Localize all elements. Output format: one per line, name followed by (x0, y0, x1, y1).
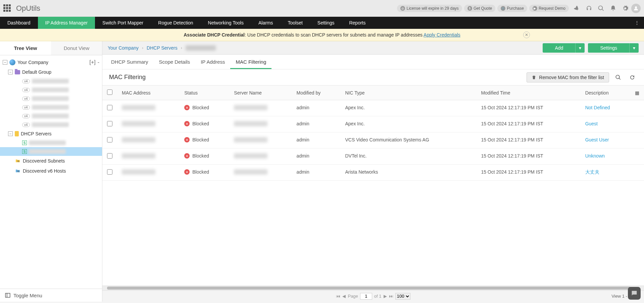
description-link[interactable]: Not Defined (585, 105, 610, 110)
pager-size-select[interactable]: 100 (395, 293, 410, 300)
description-link[interactable]: 大丈夫 (585, 169, 599, 175)
breadcrumb[interactable]: Your Company (108, 45, 139, 51)
rocket-icon[interactable] (573, 4, 581, 12)
subtab-mac-filtering[interactable]: MAC Filtering (230, 55, 271, 69)
mac-address-cell (122, 169, 155, 175)
collapse-icon[interactable]: − (8, 70, 13, 74)
nav-alarms[interactable]: Alarms (251, 17, 281, 29)
breadcrumb[interactable]: DHCP Servers (147, 45, 178, 51)
settings-button-label[interactable]: Settings (588, 43, 629, 53)
row-checkbox[interactable] (107, 105, 112, 110)
settings-button[interactable]: Settings ▾ (588, 43, 639, 53)
toggle-menu[interactable]: Toggle Menu (0, 289, 102, 302)
col-description[interactable]: Description (581, 85, 630, 100)
table-row[interactable]: ✕Blocked admin Apex Inc. 15 Oct 2024 12:… (102, 100, 644, 116)
v4-pill: v4 (22, 105, 30, 110)
column-chooser-icon[interactable]: ▦ (635, 90, 639, 96)
request-demo-badge[interactable]: ▶Request Demo (529, 5, 569, 12)
refresh-icon[interactable] (627, 72, 637, 82)
apps-icon[interactable] (3, 4, 11, 12)
nav-settings[interactable]: Settings (310, 17, 342, 29)
pager-last-icon[interactable]: ⏭ (389, 294, 393, 299)
tree-subnet[interactable]: v4 (0, 120, 102, 129)
row-checkbox[interactable] (107, 137, 112, 142)
license-badge[interactable]: ◎License will expire in 29 days (397, 5, 462, 12)
col-mac-address[interactable]: MAC Address (117, 85, 180, 100)
tree-discovered-subnets[interactable]: Discovered Subnets (0, 156, 102, 166)
table-search-icon[interactable] (613, 72, 623, 82)
tree-dhcp-server-item[interactable]: S (0, 147, 102, 156)
tree-subnet[interactable]: v4 (0, 85, 102, 94)
row-checkbox[interactable] (107, 169, 112, 175)
description-link[interactable]: Guest User (585, 137, 609, 142)
pager-next-icon[interactable]: ▶ (384, 294, 387, 299)
row-checkbox[interactable] (107, 153, 112, 159)
support-float-icon[interactable] (628, 287, 641, 300)
add-button-label[interactable]: Add (543, 43, 575, 53)
scope-icon: S (22, 149, 27, 154)
tab-donut-view[interactable]: Donut View (51, 41, 102, 55)
modified-by-cell: admin (292, 148, 341, 165)
tree-root[interactable]: − Your Company [+]- (0, 57, 102, 67)
apply-credentials-link[interactable]: Apply Credentials (424, 32, 460, 38)
subtab-dhcp-summary[interactable]: DHCP Summary (106, 55, 154, 69)
select-all-checkbox[interactable] (107, 89, 112, 95)
tree-dhcp-servers[interactable]: − DHCP Servers (0, 129, 102, 138)
table-row[interactable]: ✕Blocked admin DVTel Inc. 15 Oct 2024 12… (102, 148, 644, 165)
col-modified-by[interactable]: Modified by (292, 85, 341, 100)
tab-tree-view[interactable]: Tree View (0, 41, 51, 55)
nav-rogue-detection[interactable]: Rogue Detection (151, 17, 200, 29)
pager-prev-icon[interactable]: ◀ (342, 294, 346, 299)
gear-icon[interactable] (621, 4, 629, 12)
collapse-icon[interactable]: − (3, 60, 7, 65)
col-server-name[interactable]: Server Name (229, 85, 292, 100)
nic-type-cell: Apex Inc. (341, 100, 477, 116)
settings-dropdown-icon[interactable]: ▾ (629, 43, 639, 53)
modified-time-cell: 15 Oct 2024 12:17:19 PM IST (476, 165, 580, 181)
headset-icon[interactable] (585, 4, 593, 12)
top-bar: OpUtils ◎License will expire in 29 days … (0, 0, 644, 17)
description-link[interactable]: Unknown (585, 153, 605, 159)
tree-dhcp-server-item[interactable]: S (0, 138, 102, 147)
get-quote-badge[interactable]: $Get Quote (464, 5, 495, 12)
nav-ip-address-manager[interactable]: IP Address Manager (38, 17, 95, 29)
subtab-scope-details[interactable]: Scope Details (154, 55, 196, 69)
subtab-ip-address[interactable]: IP Address (195, 55, 230, 69)
chevron-right-icon: › (181, 46, 182, 50)
collapse-icon[interactable]: − (8, 131, 13, 136)
tree-default-group[interactable]: − Default Group (0, 67, 102, 77)
nav-networking-tools[interactable]: Networking Tools (201, 17, 251, 29)
add-dropdown-icon[interactable]: ▾ (575, 43, 585, 53)
tree-subnet[interactable]: v4 (0, 94, 102, 103)
horizontal-scrollbar[interactable] (102, 286, 644, 290)
tree-subnet[interactable]: v4 (0, 103, 102, 112)
table-row[interactable]: ✕Blocked admin Arista Networks 15 Oct 20… (102, 165, 644, 181)
col-status[interactable]: Status (180, 85, 229, 100)
avatar[interactable] (631, 4, 641, 13)
nav-dashboard[interactable]: Dashboard (0, 17, 38, 29)
tree-subnet[interactable]: v4 (0, 112, 102, 120)
row-checkbox[interactable] (107, 121, 112, 126)
bell-icon[interactable] (609, 4, 617, 12)
banner-close-icon[interactable]: ✕ (523, 32, 530, 38)
search-icon[interactable] (597, 4, 605, 12)
tree-add-icon[interactable]: [+] (89, 59, 95, 65)
col-nic-type[interactable]: NIC Type (341, 85, 477, 100)
nav-reports[interactable]: Reports (342, 17, 373, 29)
pager-page-input[interactable] (360, 293, 372, 300)
nav-toolset[interactable]: Toolset (281, 17, 310, 29)
purchase-badge[interactable]: 🛒Purchase (497, 5, 527, 12)
nav-switch-port-mapper[interactable]: Switch Port Mapper (95, 17, 151, 29)
description-link[interactable]: Guest (585, 121, 598, 126)
table-row[interactable]: ✕Blocked admin VCS Video Communication S… (102, 132, 644, 148)
brand: OpUtils (16, 4, 40, 13)
tree-discovered-v6[interactable]: Discovered v6 Hosts (0, 166, 102, 176)
col-modified-time[interactable]: Modified Time (476, 85, 580, 100)
tree-remove-icon[interactable]: - (98, 59, 99, 65)
add-button[interactable]: Add ▾ (543, 43, 585, 53)
table-row[interactable]: ✕Blocked admin Apex Inc. 15 Oct 2024 12:… (102, 116, 644, 132)
remove-mac-button[interactable]: Remove MAC from the filter list (527, 72, 609, 82)
tree-subnet[interactable]: v4 (0, 77, 102, 85)
pager-first-icon[interactable]: ⏮ (336, 294, 340, 299)
nav-more-icon[interactable]: ⋮ (630, 17, 644, 29)
